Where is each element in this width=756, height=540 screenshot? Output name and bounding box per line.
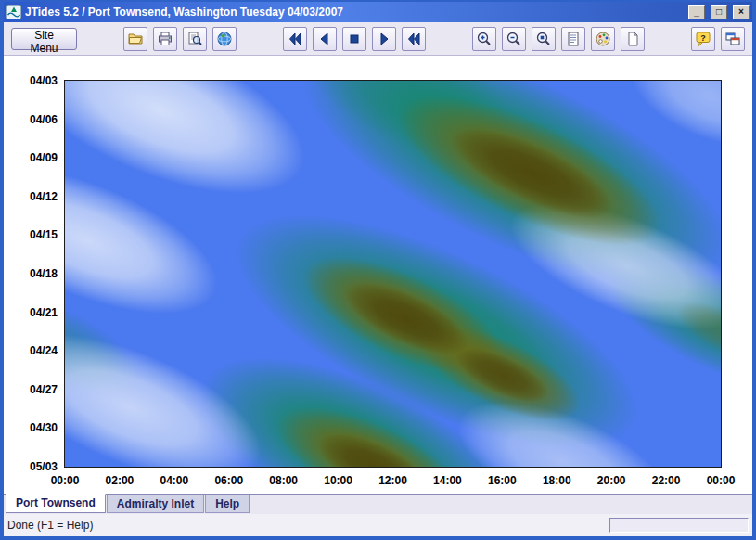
- x-tick-label: 22:00: [652, 474, 681, 487]
- stop-square-icon: [347, 32, 362, 46]
- x-tick-label: 10:00: [324, 474, 352, 487]
- palette-icon: [595, 31, 611, 47]
- folder-open-icon: [127, 31, 144, 47]
- x-tick-label: 08:00: [269, 474, 298, 487]
- tab-admiralty-inlet[interactable]: Admiralty Inlet: [107, 495, 204, 513]
- double-right-chevron-icon: [406, 32, 421, 46]
- zoom-in-icon: [476, 31, 493, 47]
- site-menu-button[interactable]: Site Menu: [11, 28, 77, 50]
- svg-text:?: ?: [700, 32, 706, 42]
- find-station-button[interactable]: [183, 27, 207, 51]
- print-button[interactable]: [153, 27, 177, 51]
- double-left-chevron-icon: [288, 32, 302, 46]
- world-map-button[interactable]: [212, 27, 237, 51]
- find-station-icon: [186, 31, 203, 47]
- app-window: JTides 5.2 / Port Townsend, Washington T…: [0, 0, 756, 540]
- stop-button[interactable]: [342, 27, 366, 51]
- tabs-bar: Port Townsend Admiralty Inlet Help: [4, 494, 752, 514]
- tab-help[interactable]: Help: [205, 495, 250, 513]
- x-tick-label: 04:00: [160, 474, 188, 487]
- zoom-in-button[interactable]: [472, 27, 496, 51]
- minimize-button[interactable]: _: [688, 5, 705, 19]
- new-page-button[interactable]: [621, 27, 645, 51]
- help-icon: ?: [695, 31, 711, 47]
- site-windows-button[interactable]: [721, 27, 745, 51]
- x-tick-label: 00:00: [707, 474, 736, 487]
- app-icon[interactable]: [6, 5, 21, 19]
- next-button[interactable]: [372, 27, 396, 51]
- x-tick-label: 06:00: [214, 474, 243, 487]
- y-tick-label: 04/21: [6, 306, 58, 319]
- y-tick-label: 04/12: [6, 190, 58, 203]
- report-icon: [565, 31, 582, 47]
- y-tick-label: 04/30: [6, 421, 58, 434]
- open-button[interactable]: [123, 27, 147, 51]
- x-tick-label: 12:00: [378, 474, 407, 487]
- title-bar[interactable]: JTides 5.2 / Port Townsend, Washington T…: [4, 2, 752, 22]
- left-chevron-icon: [317, 32, 332, 46]
- x-tick-label: 18:00: [543, 474, 571, 487]
- last-button[interactable]: [402, 27, 426, 51]
- zoom-reset-button[interactable]: [532, 27, 556, 51]
- site-windows-icon: [724, 31, 741, 47]
- x-tick-label: 14:00: [433, 474, 462, 487]
- y-tick-label: 04/24: [6, 344, 58, 357]
- report-button[interactable]: [561, 27, 585, 51]
- y-tick-label: 04/27: [6, 383, 58, 396]
- tab-port-townsend[interactable]: Port Townsend: [6, 494, 106, 513]
- colors-button[interactable]: [591, 27, 615, 51]
- y-tick-label: 04/15: [6, 228, 58, 241]
- plot-frame: [64, 80, 722, 468]
- status-field: [609, 518, 749, 533]
- zoom-out-icon: [506, 31, 522, 47]
- toolbar: Site Menu: [4, 22, 752, 56]
- zoom-reset-icon: [535, 31, 552, 47]
- y-tick-label: 04/09: [6, 151, 58, 164]
- printer-icon: [157, 31, 173, 47]
- status-message: Done (F1 = Help): [7, 519, 602, 532]
- close-button[interactable]: ×: [733, 5, 750, 19]
- previous-button[interactable]: [313, 27, 337, 51]
- help-button[interactable]: ?: [691, 27, 715, 51]
- x-tick-label: 16:00: [488, 474, 517, 487]
- y-tick-label: 04/18: [6, 267, 58, 280]
- zoom-out-button[interactable]: [502, 27, 526, 51]
- x-tick-label: 02:00: [106, 474, 135, 487]
- y-tick-label: 05/03: [6, 460, 58, 473]
- blank-page-icon: [624, 31, 641, 47]
- plot-area: 00:0002:0004:0006:0008:0010:0012:0014:00…: [4, 56, 752, 494]
- maximize-button[interactable]: □: [711, 5, 727, 19]
- x-tick-label: 00:00: [51, 474, 80, 487]
- status-bar: Done (F1 = Help): [4, 514, 752, 536]
- tide-heatmap[interactable]: [65, 81, 721, 467]
- x-tick-label: 20:00: [597, 474, 626, 487]
- globe-icon: [216, 31, 233, 47]
- y-tick-label: 04/03: [6, 74, 58, 87]
- first-button[interactable]: [283, 27, 307, 51]
- y-tick-label: 04/06: [6, 113, 58, 126]
- right-chevron-icon: [377, 32, 391, 46]
- window-title: JTides 5.2 / Port Townsend, Washington T…: [25, 6, 683, 19]
